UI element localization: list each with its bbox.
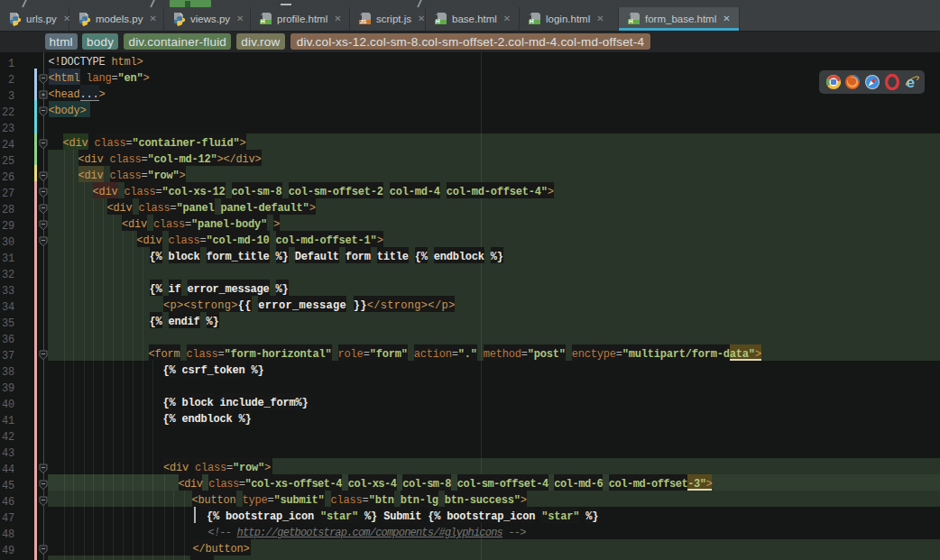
- svg-text:H: H: [436, 18, 440, 24]
- svg-text:JS: JS: [360, 19, 366, 24]
- svg-text:H: H: [530, 18, 534, 24]
- svg-text:H: H: [629, 18, 633, 24]
- svg-text:H: H: [261, 18, 265, 24]
